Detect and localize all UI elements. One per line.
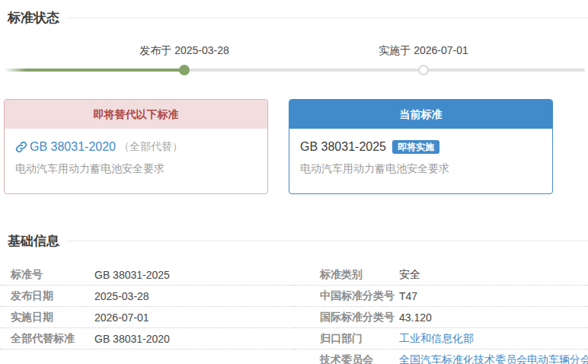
department-link[interactable]: 工业和信息化部 [399,332,474,346]
current-card-body: GB 38031-2025 即将实施 电动汽车用动力蓄电池安全要求 [289,129,552,176]
table-row-category: 标准类别 安全 [294,264,588,286]
replaced-standard-card: 即将替代以下标准 GB 38031-2020 （全部代替） 电动汽车用动力蓄电池… [4,99,268,194]
status-section-header: 标准状态 [0,0,588,27]
current-standard-code: GB 38031-2025 [300,140,386,154]
current-standard-card: 当前标准 GB 38031-2025 即将实施 电动汽车用动力蓄电池安全要求 [289,99,553,194]
timeline-published-dot [179,65,190,75]
table-row-ccs-code: 中国标准分类号 T47 [294,286,588,307]
row-value: 43.120 [399,311,432,324]
header-divider [67,18,588,18]
table-row-replaced-standard: 全部代替标准 GB 38031-2020 [0,328,294,350]
replaced-standard-link[interactable]: GB 38031-2020 [30,140,116,154]
row-label: 全部代替标准 [11,332,94,346]
row-label: 标准类别 [320,268,399,282]
info-column-left: 标准号 GB 38031-2025 发布日期 2025-03-28 实施日期 2… [0,264,294,364]
table-row-committee: 技术委员会 全国汽车标准化技术委员会电动车辆分会 [294,350,588,364]
standard-detail-page: 标准状态 发布于 2025-03-28 实施于 2026-07-01 即将替代以… [0,0,588,364]
committee-link[interactable]: 全国汽车标准化技术委员会电动车辆分会 [399,353,588,364]
row-value: 2025-03-28 [94,290,149,302]
row-label: 归口部门 [320,332,399,346]
table-row-empty [0,350,294,364]
row-value: GB 38031-2020 [94,333,170,345]
row-label: 中国标准分类号 [320,289,399,303]
row-value: 2026-07-01 [94,311,149,324]
row-value: T47 [399,290,417,302]
chain-link-icon [15,141,27,153]
basic-info-table: 标准号 GB 38031-2025 发布日期 2025-03-28 实施日期 2… [0,264,588,364]
row-label: 发布日期 [11,289,94,303]
timeline-implemented-label: 实施于 2026-07-01 [379,44,468,58]
row-label: 标准号 [11,268,94,282]
implementation-status-badge: 即将实施 [392,140,439,154]
status-timeline: 发布于 2025-03-28 实施于 2026-07-01 [0,27,588,81]
replaced-standard-name: 电动汽车用动力蓄电池安全要求 [15,162,257,176]
standard-cards: 即将替代以下标准 GB 38031-2020 （全部代替） 电动汽车用动力蓄电池… [4,99,588,194]
header-divider [67,241,588,241]
table-row-standard-number: 标准号 GB 38031-2025 [0,264,294,286]
table-row-implement-date: 实施日期 2026-07-01 [0,307,294,328]
row-label: 实施日期 [11,311,94,324]
table-row-department: 归口部门 工业和信息化部 [294,328,588,350]
row-label: 技术委员会 [320,353,399,364]
row-value: 安全 [399,268,420,282]
current-card-header: 当前标准 [289,100,552,129]
current-standard-name: 电动汽车用动力蓄电池安全要求 [300,162,542,176]
replaced-card-body: GB 38031-2020 （全部代替） 电动汽车用动力蓄电池安全要求 [5,129,267,176]
timeline-implemented-dot [418,65,429,75]
info-column-right: 标准类别 安全 中国标准分类号 T47 国际标准分类号 43.120 归口部门 … [294,264,588,364]
replace-note: （全部代替） [119,140,183,154]
row-value: GB 38031-2025 [94,269,170,281]
table-row-publish-date: 发布日期 2025-03-28 [0,286,294,307]
timeline-published-label: 发布于 2025-03-28 [139,44,229,58]
timeline-progress [5,69,184,72]
status-section-title: 标准状态 [8,9,59,27]
info-section-title: 基础信息 [8,232,59,250]
table-row-ics-code: 国际标准分类号 43.120 [294,307,588,328]
replaced-card-header: 即将替代以下标准 [5,100,267,129]
row-label: 国际标准分类号 [320,311,399,324]
info-section-header: 基础信息 [0,194,588,250]
